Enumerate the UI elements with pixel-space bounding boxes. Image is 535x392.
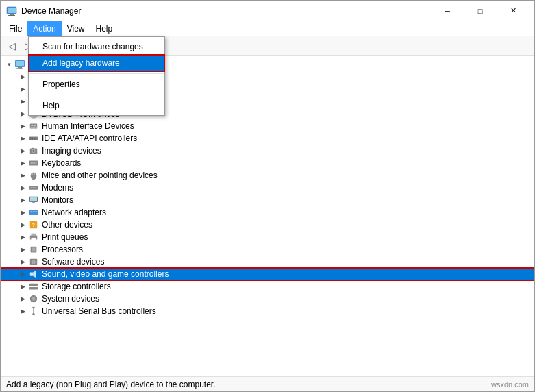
svg-rect-5 <box>16 61 24 66</box>
svg-rect-6 <box>18 67 22 69</box>
menu-properties[interactable]: Properties <box>29 76 164 93</box>
svg-text:⚙: ⚙ <box>32 260 36 265</box>
print-icon <box>28 232 39 243</box>
disk-expander: ▶ <box>17 84 28 95</box>
monitors-label: Monitors <box>42 195 73 205</box>
network-expander: ▶ <box>17 207 28 218</box>
svg-rect-22 <box>34 125 36 126</box>
system-expander: ▶ <box>17 293 28 304</box>
svg-rect-42 <box>32 163 35 164</box>
imaging-icon <box>28 145 39 156</box>
menu-action[interactable]: Action <box>27 21 61 36</box>
system-label: System devices <box>42 294 99 304</box>
status-website: wsxdn.com <box>491 380 529 389</box>
svg-rect-37 <box>31 162 32 162</box>
softdev-icon: ⚙ <box>28 256 39 267</box>
imaging-label: Imaging devices <box>42 146 101 156</box>
sound-label: Sound, video and game controllers <box>42 269 169 279</box>
other-icon: ? <box>28 219 39 230</box>
usb-label: Universal Serial Bus controllers <box>42 306 156 316</box>
svg-point-72 <box>36 288 37 289</box>
usb-icon <box>28 306 39 317</box>
svg-rect-49 <box>32 187 36 188</box>
modems-expander: ▶ <box>17 182 28 193</box>
menu-view[interactable]: View <box>62 21 90 36</box>
usb-expander: ▶ <box>17 306 28 317</box>
hid-label: Human Interface Devices <box>42 121 134 131</box>
tree-item-storage[interactable]: ▶ Storage controllers <box>1 280 534 293</box>
maximize-button[interactable]: □ <box>464 1 496 21</box>
imaging-expander: ▶ <box>17 145 28 156</box>
tree-item-usb[interactable]: ▶ Universal Serial Bus controllers <box>1 305 534 317</box>
tree-item-other[interactable]: ▶ ? Other devices <box>1 219 534 231</box>
menu-scan-hardware[interactable]: Scan for hardware changes <box>29 38 164 55</box>
svg-rect-29 <box>32 137 33 140</box>
svg-rect-1 <box>10 14 14 15</box>
svg-rect-25 <box>34 127 36 128</box>
app-icon <box>6 5 17 16</box>
menu-help-item[interactable]: Help <box>29 97 164 114</box>
tree-item-ide[interactable]: ▶ IDE ATA/ATAPI controllers <box>1 132 534 145</box>
toolbar-back-btn[interactable]: ◁ <box>3 38 20 53</box>
svg-rect-52 <box>32 202 35 203</box>
keyboards-expander: ▶ <box>17 158 28 169</box>
tree-item-sound[interactable]: ▶ ♪ Sound, video and game controllers <box>1 268 534 280</box>
title-bar: Device Manager ─ □ ✕ <box>1 1 534 21</box>
modems-label: Modems <box>42 183 73 193</box>
storage-icon <box>28 281 39 292</box>
tree-item-imaging[interactable]: ▶ Imaging devices <box>1 145 534 157</box>
close-button[interactable]: ✕ <box>497 1 529 21</box>
svg-text:♪: ♪ <box>35 273 36 276</box>
monitors-icon <box>28 195 39 206</box>
svg-rect-7 <box>16 69 23 69</box>
processors-expander: ▶ <box>17 244 28 255</box>
svg-rect-61 <box>32 238 36 241</box>
svg-rect-26 <box>36 127 38 128</box>
svg-rect-60 <box>32 234 36 236</box>
system-icon <box>28 293 39 304</box>
print-expander: ▶ <box>17 232 28 243</box>
keyboards-icon <box>28 158 39 169</box>
other-expander: ▶ <box>17 219 28 230</box>
action-dropdown-menu: Scan for hardware changes Add legacy har… <box>28 36 165 116</box>
hid-icon <box>28 121 39 132</box>
svg-rect-24 <box>32 127 34 128</box>
ide-expander: ▶ <box>17 133 28 144</box>
ide-icon <box>28 133 39 144</box>
svg-text:?: ? <box>32 222 35 228</box>
menu-separator-2 <box>29 95 164 95</box>
menu-file[interactable]: File <box>3 21 27 36</box>
svg-rect-3 <box>8 8 16 13</box>
status-message: Add a legacy (non Plug and Play) device … <box>6 380 491 389</box>
menu-add-legacy-hardware[interactable]: Add legacy hardware <box>29 55 164 71</box>
window-title: Device Manager <box>21 6 432 16</box>
svg-rect-55 <box>33 211 35 212</box>
svg-rect-41 <box>31 163 32 164</box>
tree-item-mice[interactable]: ▶ Mice and other pointing devices <box>1 169 534 182</box>
svg-rect-30 <box>34 137 35 140</box>
mice-label: Mice and other pointing devices <box>42 171 158 180</box>
svg-rect-36 <box>29 161 38 166</box>
tree-item-system[interactable]: ▶ System devices <box>1 293 534 305</box>
menu-help[interactable]: Help <box>90 21 119 36</box>
tree-item-modems[interactable]: ▶ Modems <box>1 182 534 194</box>
menu-bar: File Action View Help Scan for hardware … <box>1 21 534 36</box>
tree-item-monitors[interactable]: ▶ Monitors <box>1 194 534 206</box>
svg-point-74 <box>32 297 35 300</box>
svg-rect-39 <box>34 162 36 162</box>
tree-item-processors[interactable]: ▶ Processors <box>1 243 534 256</box>
other-label: Other devices <box>42 220 92 230</box>
tree-item-network[interactable]: ▶ Network adapters <box>1 206 534 219</box>
ide-label: IDE ATA/ATAPI controllers <box>42 134 137 143</box>
softdev-expander: ▶ <box>17 256 28 267</box>
tree-item-keyboards[interactable]: ▶ Keyboards <box>1 157 534 169</box>
tree-item-print[interactable]: ▶ Print queues <box>1 231 534 243</box>
sound-icon: ♪ <box>28 269 39 280</box>
svg-rect-35 <box>32 148 34 149</box>
root-expander: ▾ <box>3 59 14 70</box>
storage-expander: ▶ <box>17 281 28 292</box>
tree-item-hid[interactable]: ▶ Human Interface Devices <box>1 120 534 132</box>
tree-item-software-dev[interactable]: ▶ ⚙ Software devices <box>1 256 534 268</box>
modems-icon <box>28 182 39 193</box>
minimize-button[interactable]: ─ <box>432 1 463 21</box>
